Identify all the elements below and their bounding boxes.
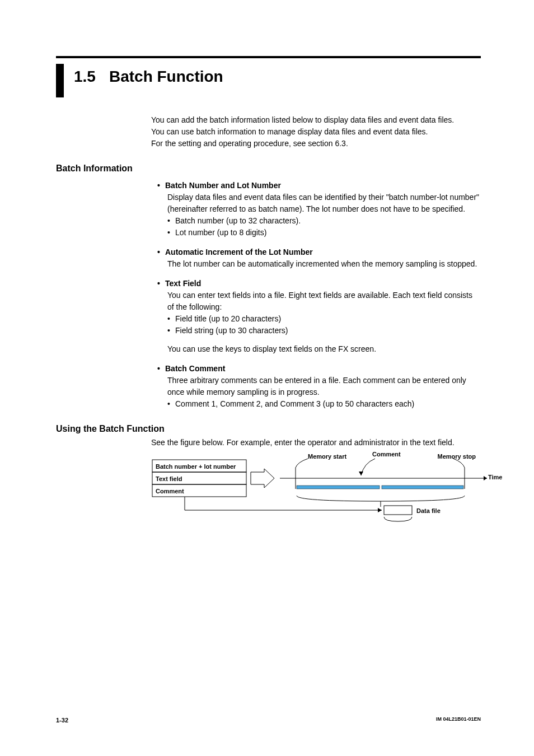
item-heading: Batch Comment [160, 363, 481, 375]
section-heading-using: Using the Batch Function [56, 422, 481, 436]
section-title: Batch Function [109, 68, 223, 85]
svg-rect-8 [297, 486, 380, 489]
section-heading-batch-info: Batch Information [56, 162, 481, 175]
page-footer: 1-32 IM 04L21B01-01EN [56, 716, 481, 725]
fig-box-row: Batch number + lot number [156, 462, 236, 472]
item-after: You can use the keys to display text fie… [167, 343, 481, 355]
fig-box-row: Text field [156, 474, 182, 484]
svg-rect-9 [382, 486, 463, 489]
fig-label-memory-start: Memory start [308, 452, 346, 461]
page-number: 1-32 [56, 716, 68, 725]
sub-bullet: Batch number (up to 32 characters). [167, 215, 481, 227]
batch-info-block: Batch Number and Lot Number Display data… [160, 180, 481, 410]
fig-label-data-file: Data file [416, 506, 441, 516]
intro-line: You can add the batch information listed… [151, 114, 481, 126]
using-body: See the figure below. For example, enter… [151, 437, 481, 449]
svg-marker-11 [378, 508, 382, 512]
item-heading: Automatic Increment of the Lot Number [160, 246, 481, 258]
sub-bullet: Comment 1, Comment 2, and Comment 3 (up … [167, 398, 481, 410]
item-body: You can enter text fields into a file. E… [167, 290, 481, 313]
title-bar: 1.5Batch Function [56, 56, 481, 97]
section-number: 1.5 [74, 65, 96, 88]
fig-label-comment: Comment [372, 450, 401, 459]
sub-bullet: Lot number (up to 8 digits) [167, 227, 481, 239]
fig-label-memory-stop: Memory stop [431, 452, 476, 461]
intro-line: For the setting and operating procedure,… [151, 138, 481, 150]
item-heading: Batch Number and Lot Number [160, 180, 481, 192]
sub-bullet: Field title (up to 20 characters) [167, 313, 481, 325]
batch-diagram: Batch number + lot number Text field Com… [151, 452, 509, 536]
fig-box-row: Comment [156, 487, 184, 496]
title-mark [56, 64, 64, 97]
item-body: Display data files and event data files … [167, 192, 481, 215]
svg-marker-4 [484, 476, 487, 480]
svg-marker-7 [359, 472, 363, 475]
item-body: The lot number can be automatically incr… [167, 258, 481, 270]
svg-rect-12 [384, 506, 412, 515]
intro-line: You can use batch information to manage … [151, 126, 481, 138]
sub-bullet: Field string (up to 30 characters) [167, 325, 481, 337]
item-body: Three arbitrary comments can be entered … [167, 375, 481, 398]
item-heading: Text Field [160, 278, 481, 290]
fig-label-time: Time [488, 473, 502, 482]
doc-id: IM 04L21B01-01EN [436, 716, 481, 725]
intro-block: You can add the batch information listed… [151, 114, 481, 150]
page-title: 1.5Batch Function [74, 58, 223, 88]
